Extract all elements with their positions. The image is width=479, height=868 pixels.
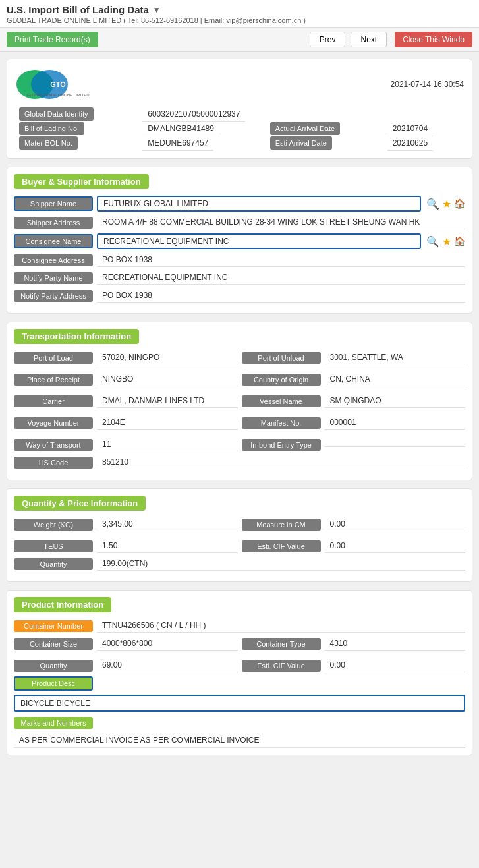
global-data-identity-label: Global Data Identity	[19, 107, 94, 121]
shipper-name-value: FUTURUX GLOBAL LIMITED	[97, 196, 421, 212]
buyer-supplier-section: Buyer & Supplier Information Shipper Nam…	[7, 167, 472, 314]
actual-arrival-date-value: 20210704	[387, 121, 433, 136]
master-bol-label: Mater BOL No.	[19, 136, 78, 150]
way-of-transport-label: Way of Transport	[14, 439, 93, 451]
title-dropdown-icon[interactable]: ▼	[153, 5, 161, 14]
esti-cif-row: Esti. CIF Value 0.00	[242, 539, 466, 553]
port-of-unload-label: Port of Unload	[242, 352, 321, 364]
shipper-star-icon[interactable]: ★	[442, 198, 451, 210]
marks-and-numbers-label: Marks and Numbers	[14, 717, 93, 729]
manifest-no-label: Manifest No.	[242, 417, 321, 429]
toolbar: Print Trade Record(s) Prev Next Close Th…	[0, 28, 479, 52]
actual-arrival-date-label: Actual Arrival Date	[270, 122, 340, 135]
container-size-value: 4000*806*800	[97, 637, 238, 651]
port-of-load-value: 57020, NINGPO	[97, 351, 238, 364]
logo-box: GTO GLOBAL TRADE ONLINE LIMITED	[15, 67, 101, 101]
product-header: Product Information	[14, 597, 465, 619]
measure-value: 0.00	[325, 517, 466, 531]
shipper-icons: 🔍 ★ 🏠	[421, 198, 465, 210]
hs-code-value: 851210	[97, 455, 465, 469]
quantity-price-title: Quantity & Price Information	[14, 496, 146, 511]
consignee-address-label: Consignee Address	[14, 254, 93, 266]
global-data-row: Global Data Identity 6003202107050000129…	[15, 107, 464, 121]
voyage-number-label: Voyage Number	[14, 417, 93, 429]
teus-value: 1.50	[97, 539, 238, 553]
weight-value: 3,345.00	[97, 517, 238, 531]
notify-party-name-row: Notify Party Name RECREATIONAL EQUIPMENT…	[14, 271, 465, 285]
logo-card: GTO GLOBAL TRADE ONLINE LIMITED 2021-07-…	[7, 59, 472, 159]
product-esti-cif-label: Esti. CIF Value	[242, 660, 321, 672]
teus-row: TEUS 1.50	[14, 539, 238, 553]
marks-and-numbers-value: AS PER COMMERCIAL INVOICE AS PER COMMERC…	[19, 736, 260, 745]
consignee-star-icon[interactable]: ★	[442, 235, 451, 248]
vessel-name-row: Vessel Name SM QINGDAO	[242, 394, 466, 408]
product-quantity-label: Quantity	[14, 660, 93, 672]
product-esti-cif-row: Esti. CIF Value 0.00	[242, 658, 466, 672]
quantity-price-header: Quantity & Price Information	[14, 496, 465, 517]
country-of-origin-row: Country of Origin CN, CHINA	[242, 372, 466, 386]
shipper-name-row: Shipper Name FUTURUX GLOBAL LIMITED 🔍 ★ …	[14, 196, 465, 212]
container-number-row: Container Number TTNU4266506 ( CN / L / …	[14, 619, 465, 633]
notify-party-address-value: PO BOX 1938	[97, 289, 465, 303]
transportation-header: Transportation Information	[14, 329, 465, 351]
measure-label: Measure in CM	[242, 519, 321, 531]
logo-row: GTO GLOBAL TRADE ONLINE LIMITED 2021-07-…	[15, 67, 464, 107]
notify-party-address-row: Notify Party Address PO BOX 1938	[14, 289, 465, 303]
global-data-identity-value: 600320210705000012937	[142, 107, 245, 122]
place-of-receipt-label: Place of Receipt	[14, 374, 93, 386]
nav-group: Prev Next Close This Windo	[310, 32, 472, 47]
marks-and-numbers-value-box: AS PER COMMERCIAL INVOICE AS PER COMMERC…	[14, 733, 465, 748]
prev-button[interactable]: Prev	[310, 32, 346, 47]
inbond-entry-type-value	[325, 442, 466, 447]
quantity-price-section: Quantity & Price Information Weight (KG)…	[7, 488, 472, 582]
product-quantity-value: 69.00	[97, 658, 238, 672]
company-logo: GTO GLOBAL TRADE ONLINE LIMITED	[15, 67, 101, 101]
consignee-name-row: Consignee Name RECREATIONAL EQUIPMENT IN…	[14, 233, 465, 249]
bill-of-lading-value: DMALNGBB41489	[142, 121, 219, 136]
timestamp: 2021-07-14 16:30:54	[391, 80, 464, 89]
next-button[interactable]: Next	[351, 32, 387, 47]
product-section: Product Information Container Number TTN…	[7, 590, 472, 755]
shipper-home-icon[interactable]: 🏠	[454, 198, 465, 209]
teus-label: TEUS	[14, 540, 93, 552]
product-desc-label: Product Desc	[14, 676, 93, 691]
product-title: Product Information	[14, 597, 111, 612]
hs-code-row: HS Code 851210	[14, 455, 465, 469]
page-subtitle: GLOBAL TRADE ONLINE LIMITED ( Tel: 86-51…	[7, 16, 472, 24]
svg-text:GLOBAL TRADE ONLINE LIMITED: GLOBAL TRADE ONLINE LIMITED	[26, 93, 90, 97]
container-type-row: Container Type 4310	[242, 637, 466, 651]
consignee-search-icon[interactable]: 🔍	[426, 235, 439, 248]
bill-of-lading-label: Bill of Lading No.	[19, 122, 84, 135]
product-desc-value-box: BICYCLE BICYCLE	[14, 695, 465, 712]
weight-row: Weight (KG) 3,345.00	[14, 517, 238, 531]
port-of-load-label: Port of Load	[14, 352, 93, 364]
esti-arrival-date-label: Esti Arrival Date	[270, 136, 332, 150]
container-number-label: Container Number	[14, 620, 93, 632]
consignee-home-icon[interactable]: 🏠	[454, 236, 465, 246]
inbond-entry-type-row: In-bond Entry Type	[242, 438, 466, 451]
print-button[interactable]: Print Trade Record(s)	[7, 32, 98, 47]
quantity-value: 199.00(CTN)	[97, 557, 465, 571]
consignee-address-value: PO BOX 1938	[97, 253, 465, 267]
header-info-table: Global Data Identity 6003202107050000129…	[15, 107, 464, 150]
vessel-name-label: Vessel Name	[242, 395, 321, 407]
bill-of-lading-row: Bill of Lading No. DMALNGBB41489 Actual …	[15, 121, 464, 136]
product-esti-cif-value: 0.00	[325, 658, 466, 672]
hs-code-label: HS Code	[14, 457, 93, 469]
container-type-label: Container Type	[242, 638, 321, 650]
inbond-entry-type-label: In-bond Entry Type	[242, 439, 321, 451]
svg-text:GTO: GTO	[50, 80, 66, 88]
port-of-load-row: Port of Load 57020, NINGPO	[14, 351, 238, 364]
close-button[interactable]: Close This Windo	[395, 32, 472, 47]
master-bol-row: Mater BOL No. MEDUNE697457 Esti Arrival …	[15, 136, 464, 150]
top-bar: U.S. Import Bill of Lading Data ▼ GLOBAL…	[0, 0, 479, 28]
shipper-search-icon[interactable]: 🔍	[426, 198, 439, 210]
buyer-supplier-header: Buyer & Supplier Information	[14, 174, 465, 196]
carrier-row: Carrier DMAL, DANMAR LINES LTD	[14, 394, 238, 408]
transportation-title: Transportation Information	[14, 329, 139, 344]
notify-party-name-value: RECREATIONAL EQUIPMENT INC	[97, 271, 465, 285]
consignee-address-row: Consignee Address PO BOX 1938	[14, 253, 465, 267]
buyer-supplier-title: Buyer & Supplier Information	[14, 174, 149, 189]
consignee-icons: 🔍 ★ 🏠	[421, 235, 465, 248]
container-type-value: 4310	[325, 637, 466, 651]
